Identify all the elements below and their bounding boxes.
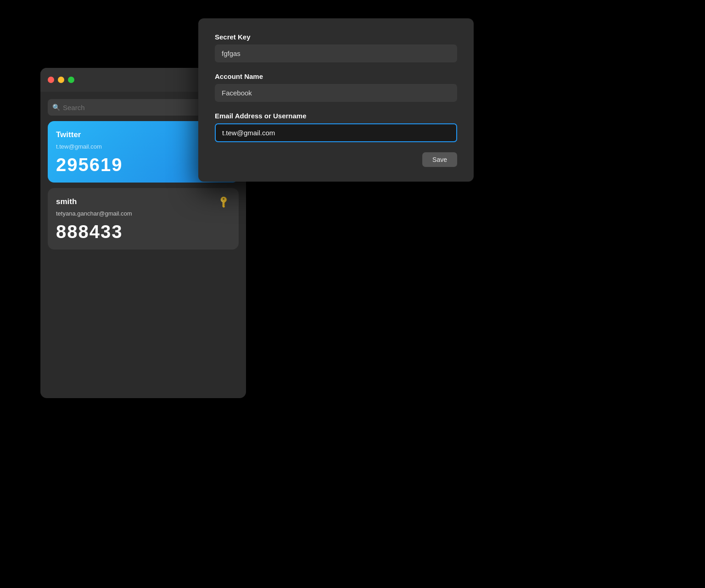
twitter-name: Twitter [56,130,81,139]
maximize-button[interactable] [68,77,74,83]
key-icon-2: 🔑 [218,195,230,208]
account-name-input[interactable] [215,84,457,102]
secret-key-input[interactable] [215,44,457,62]
secret-key-group: Secret Key [215,33,457,62]
search-icon: 🔍 [52,104,60,111]
email-group: Email Address or Username [215,112,457,142]
account-name-group: Account Name [215,72,457,102]
smith-card[interactable]: smith 🔑 tetyana.ganchar@gmail.com 888433 [48,188,239,250]
save-button[interactable]: Save [422,152,457,167]
smith-code: 888433 [56,222,230,242]
secret-key-label: Secret Key [215,33,457,41]
minimize-button[interactable] [58,77,64,83]
search-bar[interactable]: 🔍 [48,99,219,116]
card-header-2: smith 🔑 [56,195,230,208]
smith-name: smith [56,197,77,206]
email-input[interactable] [215,123,457,142]
smith-email: tetyana.ganchar@gmail.com [56,210,230,217]
edit-panel: Secret Key Account Name Email Address or… [198,18,474,182]
close-button[interactable] [48,77,54,83]
save-row: Save [215,152,457,167]
account-name-label: Account Name [215,72,457,80]
search-input[interactable] [63,104,215,111]
email-label: Email Address or Username [215,112,457,120]
